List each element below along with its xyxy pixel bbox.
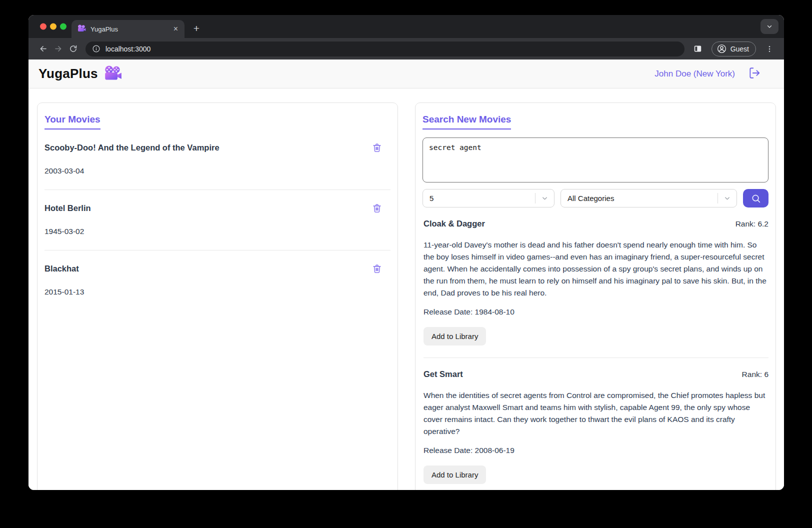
movie-date: 2003-03-04 <box>44 166 382 176</box>
chevron-down-icon <box>536 194 554 202</box>
search-controls: 5 All Categories <box>422 189 768 208</box>
maximize-window-button[interactable] <box>60 24 66 30</box>
library-movie-row: Scooby-Doo! And the Legend of the Vampir… <box>44 130 390 190</box>
movie-title: Hotel Berlin <box>44 204 91 213</box>
site-info-icon <box>92 44 100 53</box>
result-title: Cloak & Dagger <box>424 219 485 228</box>
tab-search-chevron-button[interactable] <box>760 19 778 34</box>
movie-date: 2015-01-13 <box>44 288 382 296</box>
result-rank: Rank: 6 <box>742 370 768 379</box>
trash-icon <box>372 142 382 153</box>
browser-toolbar: localhost:3000 Guest <box>28 38 784 60</box>
search-panel: Search New Movies secret agent 5 All Cat… <box>415 102 776 490</box>
guest-avatar-icon <box>716 44 727 54</box>
library-movie-row: Blackhat 2015-01-13 <box>44 250 390 310</box>
browser-window: YugaPlus × + localhost:3000 Gues <box>28 15 784 490</box>
add-to-library-button[interactable]: Add to Library <box>424 327 486 346</box>
forward-button[interactable] <box>50 42 66 56</box>
tab-title: YugaPlus <box>90 26 168 33</box>
arrow-left-icon <box>38 44 48 54</box>
logout-button[interactable] <box>748 66 761 82</box>
back-button[interactable] <box>36 42 50 56</box>
category-value: All Categories <box>568 194 614 202</box>
brand: YugaPlus <box>38 65 122 83</box>
address-url: localhost:3000 <box>106 45 150 53</box>
search-query-input[interactable]: secret agent <box>422 138 768 182</box>
your-movies-panel: Your Movies Scooby-Doo! And the Legend o… <box>37 102 398 490</box>
new-tab-button[interactable]: + <box>190 22 204 36</box>
result-description: 11-year-old Davey's mother is dead and h… <box>424 239 768 299</box>
app-header: YugaPlus John Doe (New York) <box>28 60 784 88</box>
category-select[interactable]: All Categories <box>560 189 737 208</box>
kebab-menu-icon <box>766 45 774 53</box>
result-rank: Rank: 6.2 <box>736 220 768 228</box>
search-result-row: Cloak & Dagger Rank: 6.2 11-year-old Dav… <box>424 208 768 358</box>
arrow-right-icon <box>54 44 63 54</box>
minimize-window-button[interactable] <box>50 24 56 30</box>
browser-menu-button[interactable] <box>762 42 777 56</box>
profile-button[interactable]: Guest <box>712 42 756 56</box>
library-movie-row: Hotel Berlin 1945-03-02 <box>44 190 390 250</box>
browser-tab[interactable]: YugaPlus × <box>72 20 184 38</box>
your-movies-title: Your Movies <box>44 114 100 130</box>
chevron-down-icon <box>766 23 773 30</box>
delete-movie-button[interactable] <box>372 202 382 214</box>
profile-label: Guest <box>730 45 749 53</box>
result-release-date: Release Date: 1984-08-10 <box>424 308 768 316</box>
delete-movie-button[interactable] <box>372 142 382 153</box>
tab-strip: YugaPlus × + <box>28 15 784 38</box>
movie-title: Blackhat <box>44 264 79 274</box>
reload-icon <box>69 44 78 53</box>
tab-close-icon[interactable]: × <box>172 25 180 33</box>
search-result-row: Get Smart Rank: 6 When the identities of… <box>424 358 768 490</box>
result-limit-select[interactable]: 5 <box>422 189 554 208</box>
side-panel-button[interactable] <box>690 42 706 56</box>
logout-icon <box>748 66 761 80</box>
trash-icon <box>372 263 382 274</box>
reload-button[interactable] <box>66 42 80 56</box>
result-release-date: Release Date: 2008-06-19 <box>424 446 768 455</box>
page-content: Your Movies Scooby-Doo! And the Legend o… <box>28 88 784 490</box>
user-profile-link[interactable]: John Doe (New York) <box>654 69 735 79</box>
close-window-button[interactable] <box>40 24 46 30</box>
delete-movie-button[interactable] <box>372 263 382 274</box>
search-title: Search New Movies <box>422 114 511 130</box>
address-bar[interactable]: localhost:3000 <box>86 42 684 56</box>
trash-icon <box>372 202 382 214</box>
movie-date: 1945-03-02 <box>44 227 382 236</box>
result-limit-value: 5 <box>430 194 434 202</box>
movie-camera-icon <box>104 65 122 83</box>
movie-camera-favicon-icon <box>78 24 86 34</box>
movie-title: Scooby-Doo! And the Legend of the Vampir… <box>44 143 220 152</box>
search-button[interactable] <box>743 189 768 208</box>
side-panel-icon <box>693 44 702 54</box>
result-description: When the identities of secret agents fro… <box>424 390 768 438</box>
result-title: Get Smart <box>424 370 463 379</box>
brand-name: YugaPlus <box>38 66 98 82</box>
chevron-down-icon <box>718 194 736 202</box>
search-icon <box>750 193 762 204</box>
add-to-library-button[interactable]: Add to Library <box>424 466 486 484</box>
